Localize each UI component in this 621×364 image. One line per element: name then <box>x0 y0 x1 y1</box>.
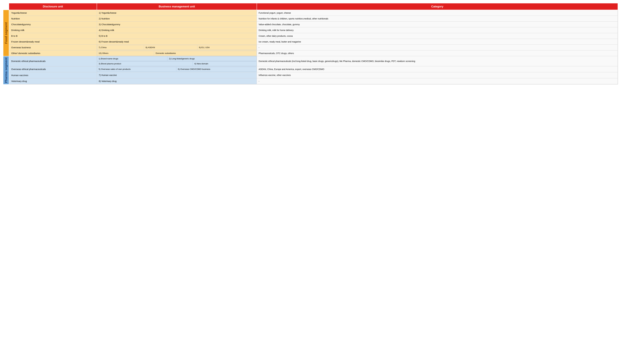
main-table: Disclosure unit Business management unit… <box>3 3 618 84</box>
food-disclosure-cell: Other/ domestic subsidiaries <box>9 50 97 56</box>
food-disclosure-cell: B to B <box>9 33 97 39</box>
food-category-cell: - <box>257 45 618 50</box>
pharma-disclosure-cell: Domestic ethical pharmaceuticals <box>9 56 97 66</box>
food-bmu-cell: 6) Frozen dessert&ready meal <box>97 39 257 45</box>
food-disclosure-cell: Yogurt&cheese <box>9 10 97 16</box>
food-bmu-inner-cell: 9) EU, USA <box>197 45 257 50</box>
pharma-bmu-inner-cell: 5) Overseas sales of own products <box>97 67 176 71</box>
food-category-cell: Drinking milk, milk for home delivery <box>257 27 618 33</box>
pharma-bmu-inner-cell: 6) Overseas CMO/CDMO business <box>176 67 257 71</box>
pharma-disclosure-cell: Veterinary drug <box>9 78 97 84</box>
food-category-cell: Ice cream, ready meal, butter and magari… <box>257 39 618 45</box>
pharma-bmu-inner-cell: 1) Brand-name drugs <box>97 56 167 61</box>
pharma-bmu-cell: 7) Human vaccine <box>97 72 257 78</box>
header-category: Category <box>257 3 618 10</box>
pharma-category-cell: ASEAN, China, Europe and America, export… <box>257 66 618 72</box>
pharma-bmu-inner-cell: 2) Long-listed/generic drugs <box>167 56 257 61</box>
food-disclosure-cell: Drinking milk <box>9 27 97 33</box>
food-bmu-inner-cell: Domestic subsidiaries <box>154 51 257 55</box>
pharma-disclosure-cell: Human vaccines <box>9 72 97 78</box>
header-disclosure: Disclosure unit <box>9 3 97 10</box>
food-bmu-cell: 3) Chocolate&gummy <box>97 21 257 27</box>
food-bmu-inner-cell: 8) ASEAN <box>144 45 197 50</box>
food-segment-label: Food segment <box>3 10 9 56</box>
food-bmu-inner-cell: 10) Others <box>97 51 154 55</box>
food-category-cell: Cream, other dairy products, cocoa <box>257 33 618 39</box>
pharma-category-cell: - <box>257 78 618 84</box>
pharma-category-cell: Influenza vaccine, other vaccines <box>257 72 618 78</box>
food-category-cell: Functional yogurt, yogurt, cheese <box>257 10 618 16</box>
food-disclosure-cell: Frozen dessert&ready meal <box>9 39 97 45</box>
food-disclosure-cell: Nutrition <box>9 16 97 21</box>
food-disclosure-cell: Overseas business <box>9 45 97 50</box>
empty-header <box>3 3 9 10</box>
food-category-cell: Nutrition for infants & children, sports… <box>257 16 618 21</box>
food-bmu-cell: 10) OthersDomestic subsidiaries <box>97 50 257 56</box>
pharma-bmu-cell: 1) Brand-name drugs2) Long-listed/generi… <box>97 56 257 61</box>
pharma-bmu-cell: 5) Overseas sales of own products6) Over… <box>97 66 257 72</box>
pharma-bmu-cell: 3) Blood plasma product4) New domain <box>97 61 257 66</box>
food-bmu-cell: 4) Drinking milk <box>97 27 257 33</box>
header-bmu: Business management unit <box>97 3 257 10</box>
food-bmu-cell: 7) China8) ASEAN9) EU, USA <box>97 45 257 50</box>
pharma-category-cell: Domestic ethical pharmaceuticals (incl.l… <box>257 56 618 66</box>
pharma-bmu-cell: 8) Veterinary drug <box>97 78 257 84</box>
pharma-bmu-inner-cell: 4) New domain <box>193 61 257 66</box>
pharma-segment-label: Pharma segment <box>3 56 9 84</box>
food-bmu-cell: 2) Nutrition <box>97 16 257 21</box>
food-bmu-cell: 5) B to B <box>97 33 257 39</box>
food-category-cell: Value-added chocolate, chocolate, gummy <box>257 21 618 27</box>
food-category-cell: Pharmaceuticals, OTC drugs, others <box>257 50 618 56</box>
pharma-bmu-inner-cell: 3) Blood plasma product <box>97 61 192 66</box>
food-bmu-cell: 1) Yogurt&cheese <box>97 10 257 16</box>
food-bmu-inner-cell: 7) China <box>97 45 144 50</box>
pharma-disclosure-cell: Overseas ethical pharmaceuticals <box>9 66 97 72</box>
food-disclosure-cell: Chocolate&gummy <box>9 21 97 27</box>
